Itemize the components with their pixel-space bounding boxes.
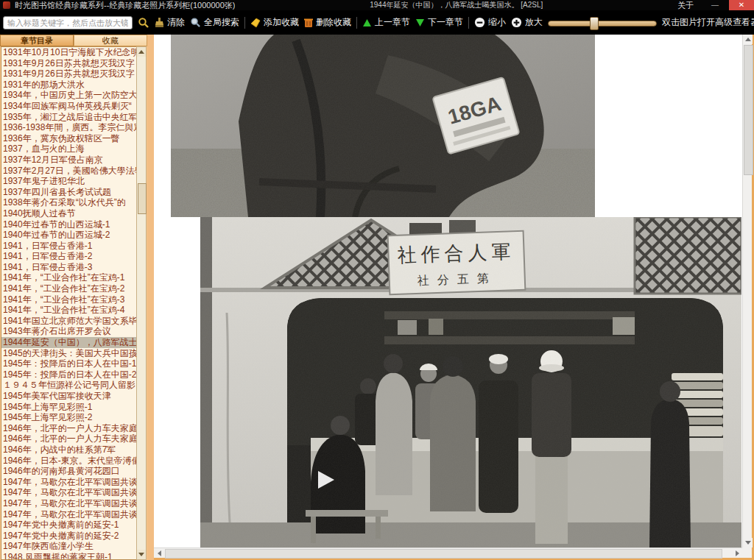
chapter-item[interactable]: 1948,风雨飘摇的蒋家王朝-1 [1, 552, 136, 560]
global-search-icon [190, 17, 201, 28]
search-input[interactable] [3, 16, 133, 29]
clear-button[interactable]: 清除 [155, 16, 185, 29]
viewer-scroll-right-button[interactable] [732, 548, 742, 558]
sidebar-scroll-thumb[interactable] [138, 183, 147, 214]
chapter-item[interactable]: 1945的天津街头：美国大兵中国孩 [1, 348, 136, 359]
chapter-item[interactable]: 1941年，“工业合作社”在宝鸡-1 [1, 272, 136, 283]
chapter-item[interactable]: 1931年的那场大洪水 [1, 79, 136, 91]
chapter-item[interactable]: 1937年12月日军侵占南京 [1, 155, 136, 166]
chapter-item[interactable]: 1931年9月26日苏共就想灭我汉字， [1, 58, 136, 69]
sidebar: 章节目录 收藏 1931年10月10日宁海舰下水纪念明1931年9月26日苏共就… [0, 35, 147, 560]
close-button[interactable]: ✕ [729, 0, 754, 10]
add-favorite-button[interactable]: 添加收藏 [250, 16, 299, 29]
prev-chapter-button[interactable]: 上一章节 [362, 16, 410, 29]
photo-coop-kiosk[interactable]: 社作合人軍 社分五第 [200, 217, 741, 547]
chapter-item[interactable]: 1947年党中央撤离前的延安-1 [1, 520, 136, 531]
scroll-down-icon [138, 553, 144, 556]
viewer-horizontal-thumb[interactable] [165, 549, 722, 559]
about-button[interactable]: 关于 [677, 0, 694, 11]
sidebar-scroll-down-button[interactable] [137, 550, 146, 559]
chapter-item[interactable]: 1935年，湘江之战后追击中央红军 [1, 112, 136, 123]
chapter-item[interactable]: 1947年陕西临潼小学生 [1, 541, 136, 552]
add-favorite-label: 添加收藏 [264, 16, 299, 29]
toolbar-separator [356, 17, 357, 29]
minimize-button[interactable]: — [705, 0, 725, 10]
chapter-item[interactable]: 1947年，马歇尔在北平军调国共谈 [1, 509, 136, 520]
zoom-slider[interactable] [548, 17, 657, 29]
search-icon[interactable] [138, 17, 149, 29]
tab-favorites[interactable]: 收藏 [74, 35, 147, 46]
chapter-item[interactable]: 1941年，“工业合作社”在宝鸡-4 [1, 305, 136, 316]
zoom-out-button[interactable]: 缩小 [474, 16, 506, 29]
chapter-item[interactable]: 1940年过春节的山西运城-1 [1, 219, 136, 230]
zoom-slider-thumb[interactable] [590, 17, 599, 30]
chapter-item[interactable]: 1937年鬼子进犯华北 [1, 176, 136, 187]
chapter-item[interactable]: 1934年回族军阀马仲英残兵剿灭“ [1, 101, 136, 112]
chapter-item[interactable]: 1931年9月26日苏共就想灭我汉字， [1, 68, 136, 79]
chapter-item[interactable]: 1938年蒋介石采取“以水代兵”的 [1, 197, 136, 208]
viewer-scroll-down-button[interactable] [743, 538, 753, 547]
chapter-item[interactable]: 1944年延安（中国），八路军战士 [1, 337, 136, 348]
chapter-item[interactable]: 1946年，北平的一户人力车夫家庭- [1, 433, 136, 444]
zoom-in-button[interactable]: 放大 [511, 16, 543, 29]
sidebar-scroll-up-button[interactable] [137, 47, 146, 57]
clear-icon [155, 18, 164, 28]
delete-favorite-button[interactable]: 删除收藏 [304, 16, 351, 29]
viewer-horizontal-scrollbar[interactable] [154, 547, 742, 558]
chapter-item[interactable]: 1941年，“工业合作社”在宝鸡-2 [1, 283, 136, 294]
chapter-item[interactable]: 1945年上海罕见彩照-2 [1, 412, 136, 423]
chapter-item[interactable]: 1941，日军侵占香港-2 [1, 251, 136, 262]
global-search-button[interactable]: 全局搜索 [190, 16, 239, 29]
viewer-scroll-left-button[interactable] [154, 548, 164, 558]
chapter-item[interactable]: 1937，血与火的上海 [1, 143, 136, 155]
viewer-scroll-up-button[interactable] [743, 35, 753, 44]
chapter-item[interactable]: 1943年蒋介石出席开罗会议 [1, 326, 136, 337]
app-logo-icon [3, 1, 10, 9]
chapter-item[interactable]: 1945年：投降后的日本人在中国-1 [1, 358, 136, 369]
titlebar: 时光图书馆经典珍藏系列--经典珍藏老照片系列柜(1000000张) 1944年延… [0, 0, 754, 10]
sidebar-scrollbar[interactable] [136, 46, 147, 560]
viewer-vertical-scrollbar[interactable] [742, 35, 752, 547]
chapter-item[interactable]: 1937年2月27日，美國哈佛大學法學 [1, 166, 136, 177]
next-chapter-icon [415, 18, 425, 27]
window-title: 时光图书馆经典珍藏系列--经典珍藏老照片系列柜(1000000张) [15, 0, 235, 11]
chapter-item[interactable]: 1947年，马歇尔在北平军调国共谈 [1, 477, 136, 488]
chapter-item[interactable]: 1941年，“工业合作社”在宝鸡-3 [1, 294, 136, 305]
chapter-item[interactable]: 1941，日军侵占香港-1 [1, 241, 136, 252]
chapter-item[interactable]: 1941，日军侵占香港-3 [1, 262, 136, 273]
chapter-item[interactable]: 1936年，冀东伪政权辖区一瞥 [1, 133, 136, 144]
sidebar-splitter[interactable] [147, 35, 154, 560]
zoom-in-label: 放大 [525, 16, 543, 29]
chapter-list: 1931年10月10日宁海舰下水纪念明1931年9月26日苏共就想灭我汉字，19… [1, 46, 136, 560]
chapter-item[interactable]: 1931年10月10日宁海舰下水纪念明 [1, 47, 136, 58]
photo-armband[interactable]: 18GA [171, 35, 595, 217]
chapter-item[interactable]: 1940抚顺人过春节 [1, 208, 136, 219]
chapter-item[interactable]: 1946年，北平的一户人力车夫家庭- [1, 423, 136, 434]
chapter-item[interactable]: 1947年，马歇尔在北平军调国共谈 [1, 498, 136, 509]
chapter-item[interactable]: 1936-1938年間，廣西。李宗仁與眾 [1, 122, 136, 133]
toolbar-separator [244, 17, 245, 29]
chapter-item[interactable]: 1934年，中国历史上第一次防空大 [1, 90, 136, 101]
next-chapter-button[interactable]: 下一章节 [415, 16, 463, 29]
chapter-item[interactable]: 1945年美军代国军接收天津 [1, 391, 136, 402]
chapter-item[interactable]: 1945年：投降后的日本人在中国-2 [1, 369, 136, 380]
chapter-item[interactable]: 1940年过春节的山西运城-2 [1, 230, 136, 241]
add-favorite-icon [250, 18, 261, 28]
scroll-left-icon [158, 550, 161, 556]
chapter-item[interactable]: 1946年，内战中的桂系第7军 [1, 444, 136, 456]
chapter-item[interactable]: 1946年的河南郑县黄河花园口 [1, 466, 136, 477]
tab-chapter-catalog[interactable]: 章节目录 [0, 35, 74, 46]
chapter-item[interactable]: 1947年，马歇尔在北平军调国共谈 [1, 487, 136, 498]
chapter-item[interactable]: 1937年四川省县长考试试题 [1, 187, 136, 198]
zoom-slider-track [548, 21, 657, 26]
chapter-item[interactable]: 1945年上海罕见彩照-1 [1, 402, 136, 413]
viewer-hint-label: 双击图片打开高级查看器 [662, 16, 754, 29]
sidebar-tabs: 章节目录 收藏 [0, 35, 147, 46]
clear-label: 清除 [167, 16, 185, 29]
viewer-vertical-thumb[interactable] [744, 45, 753, 175]
chapter-item[interactable]: 1947年党中央撤离前的延安-2 [1, 531, 136, 542]
chapter-item[interactable]: 1941年国立北京师范大学国文系毕 [1, 316, 136, 327]
chapter-item[interactable]: １９４５年恒源祥公记号同人留影 [1, 380, 136, 391]
chapter-item[interactable]: 1946年，日本-東京。末代皇帝溥儀 [1, 456, 136, 467]
delete-favorite-label: 删除收藏 [316, 16, 351, 29]
